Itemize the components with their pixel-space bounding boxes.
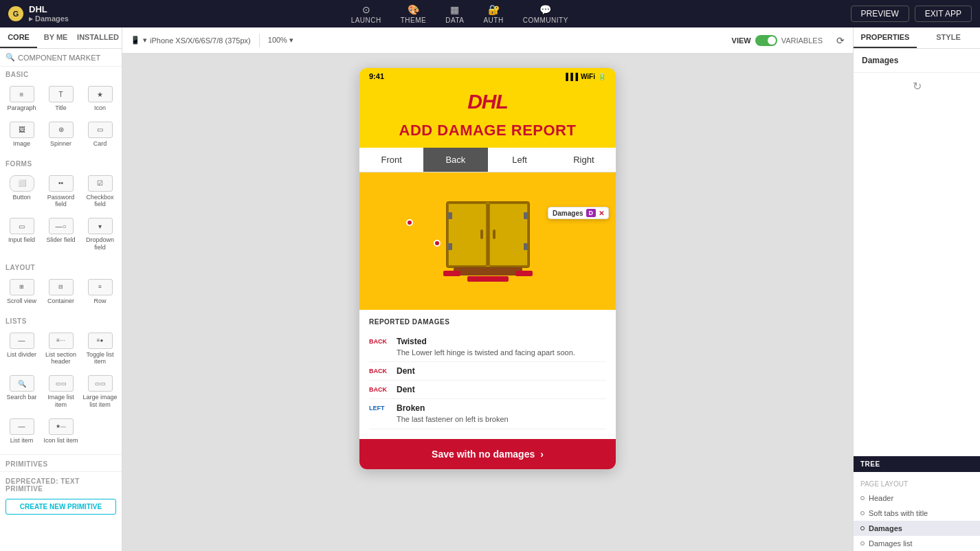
- toolbar-separator: [259, 34, 260, 47]
- component-card[interactable]: ▭ Card: [81, 117, 119, 152]
- component-button[interactable]: ⬜ Button: [3, 171, 41, 213]
- sidebar-tab-bar: CORE BY ME INSTALLED: [0, 27, 122, 49]
- component-slider-field[interactable]: —○ Slider field: [42, 214, 80, 256]
- nav-theme[interactable]: 🎨 THEME: [401, 4, 427, 24]
- tab-right[interactable]: Right: [552, 148, 616, 172]
- right-tab-style[interactable]: STYLE: [917, 27, 980, 48]
- damage-name-3: Dent: [397, 385, 415, 394]
- device-name: iPhone XS/X/6/6S/7/8 (375px): [150, 36, 251, 45]
- component-icon-list-item[interactable]: ★— Icon list item: [42, 414, 80, 449]
- refresh-icon[interactable]: ⟳: [836, 35, 845, 46]
- view-toggle-track[interactable]: [755, 35, 777, 46]
- component-dropdown-field[interactable]: ▾ Dropdown field: [81, 214, 119, 256]
- tab-back[interactable]: Back: [423, 148, 487, 172]
- sidebar-tab-installed[interactable]: INSTALLED: [74, 27, 122, 48]
- nav-data-label: DATA: [445, 16, 464, 24]
- main-layout: CORE BY ME INSTALLED 🔍 BASIC ≡ Paragraph…: [0, 27, 980, 551]
- dhl-header: DHL: [359, 85, 616, 117]
- damage-content-2: Dent: [397, 366, 415, 376]
- tree-circle-header: [860, 496, 865, 500]
- right-tab-properties[interactable]: PROPERTIES: [854, 27, 917, 48]
- damage-tag-2: BACK: [369, 366, 390, 374]
- component-list-item[interactable]: — List item: [3, 414, 41, 449]
- logo-globe: G: [8, 6, 23, 21]
- nav-community-label: COMMUNITY: [523, 16, 568, 24]
- nav-auth[interactable]: 🔐 AUTH: [483, 4, 503, 24]
- component-search-bar[interactable]: 🔍 Search bar: [3, 371, 41, 413]
- component-icon[interactable]: ★ Icon: [81, 82, 119, 116]
- component-image[interactable]: 🖼 Image: [3, 117, 41, 152]
- reported-damages-title: REPORTED DAMAGES: [369, 318, 606, 326]
- view-tabs: Front Back Left Right: [359, 148, 616, 172]
- component-input-field[interactable]: ▭ Input field: [3, 214, 41, 256]
- device-selector[interactable]: 📱 ▾ iPhone XS/X/6/6S/7/8 (375px): [131, 36, 251, 45]
- component-toggle-list-item[interactable]: ≡● Toggle list item: [81, 328, 119, 370]
- tree-item-damages[interactable]: Damages: [854, 521, 980, 536]
- component-paragraph[interactable]: ≡ Paragraph: [3, 82, 41, 116]
- damage-item-1: BACK Twisted The Lower left hinge is twi…: [369, 333, 606, 362]
- svg-rect-7: [524, 243, 528, 250]
- component-list-divider[interactable]: — List divider: [3, 328, 41, 370]
- preview-button[interactable]: PREVIEW: [851, 5, 909, 22]
- create-primitive-button[interactable]: CREATE NEW PRIMITIVE: [5, 499, 116, 515]
- section-lists-label: LISTS: [0, 313, 122, 327]
- component-large-image-list-item[interactable]: ▭▭ Large image list item: [81, 371, 119, 413]
- component-row[interactable]: ≡ Row: [81, 275, 119, 309]
- tree-circle-damages: [860, 526, 865, 530]
- exit-app-button[interactable]: EXIT APP: [915, 5, 972, 22]
- page-title-section: ADD DAMAGE REPORT: [359, 117, 616, 148]
- damage-item-2: BACK Dent: [369, 362, 606, 381]
- phone-icon: 📱: [131, 36, 140, 45]
- deprecated-label: DEPRECATED: TEXT PRIMITIVE: [0, 473, 122, 495]
- tab-left[interactable]: Left: [488, 148, 552, 172]
- panel-refresh[interactable]: ↻: [854, 73, 980, 100]
- create-primitive-section: CREATE NEW PRIMITIVE: [0, 495, 122, 519]
- nav-data[interactable]: ▦ DATA: [445, 4, 464, 24]
- component-search-input[interactable]: [18, 54, 116, 62]
- view-toggle: VIEW VARIABLES: [732, 35, 823, 46]
- svg-rect-5: [448, 243, 452, 250]
- svg-rect-8: [480, 229, 483, 239]
- component-list-section-header[interactable]: ≡⋯ List section header: [42, 328, 80, 370]
- damage-tag-4: LEFT: [369, 403, 390, 412]
- app-subtitle: ▸ Damages: [29, 14, 69, 23]
- forms-components-grid: ⬜ Button •• Password field ☑ Checkbox fi…: [0, 170, 122, 260]
- zoom-selector[interactable]: 100% ▾: [268, 36, 293, 45]
- sidebar-tab-byme[interactable]: BY ME: [37, 27, 74, 48]
- sidebar-tab-core[interactable]: CORE: [0, 27, 37, 48]
- damage-dot-2[interactable]: [434, 240, 441, 247]
- damage-content-3: Dent: [397, 385, 415, 394]
- damage-name-1: Twisted: [397, 337, 575, 346]
- component-scroll-view[interactable]: ⊞ Scroll view: [3, 275, 41, 309]
- right-panel-tabs: PROPERTIES STYLE: [854, 27, 980, 49]
- component-search-bar[interactable]: 🔍: [0, 49, 122, 67]
- tree-item-header[interactable]: Header: [854, 491, 980, 506]
- component-checkbox-field[interactable]: ☑ Checkbox field: [81, 171, 119, 213]
- tree-label: TREE: [854, 456, 980, 472]
- component-password-field[interactable]: •• Password field: [42, 171, 80, 213]
- zoom-value: 100%: [268, 36, 287, 44]
- damage-desc-4: The last fastener on left is broken: [397, 414, 509, 424]
- tree-item-damages-list[interactable]: Damages list: [854, 536, 980, 551]
- damage-dot-1[interactable]: [406, 219, 413, 226]
- tab-front[interactable]: Front: [359, 148, 423, 172]
- damage-content-4: Broken The last fastener on left is brok…: [397, 403, 509, 424]
- component-image-list-item[interactable]: ▭▭ Image list item: [42, 371, 80, 413]
- primitives-label: PRIMITIVES: [0, 456, 122, 470]
- component-container[interactable]: ⊟ Container: [42, 275, 80, 309]
- truck-image-area[interactable]: Damages D ✕: [359, 172, 616, 310]
- svg-rect-12: [515, 271, 533, 276]
- component-title[interactable]: T Title: [42, 82, 80, 116]
- nav-launch[interactable]: ⊙ LAUNCH: [351, 4, 381, 24]
- tree-item-soft-tabs[interactable]: Soft tabs with title: [854, 506, 980, 521]
- nav-community[interactable]: 💬 COMMUNITY: [523, 4, 568, 24]
- community-icon: 💬: [539, 4, 551, 15]
- popup-close-icon[interactable]: ✕: [599, 210, 604, 217]
- device-dropdown-icon: ▾: [143, 36, 147, 45]
- tree-circle-damages-list: [860, 541, 865, 546]
- data-icon: ▦: [450, 4, 459, 15]
- auth-icon: 🔐: [488, 4, 500, 15]
- refresh-icon[interactable]: ↻: [913, 80, 922, 93]
- save-button[interactable]: Save with no damages ›: [359, 439, 616, 469]
- component-spinner[interactable]: ⊛ Spinner: [42, 117, 80, 152]
